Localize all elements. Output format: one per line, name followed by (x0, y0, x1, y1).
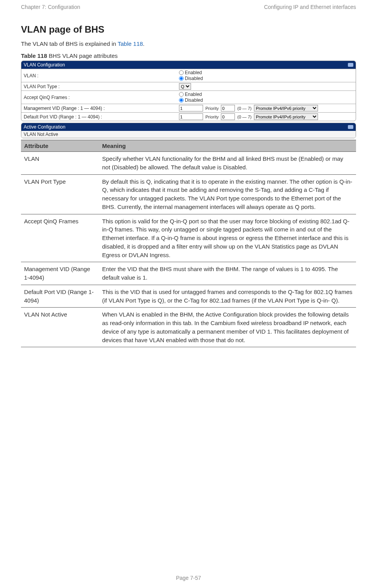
priority-range-1: (0 — 7) (237, 106, 252, 111)
active-config-body: VLAN Not Active (21, 131, 356, 138)
mgmt-vid-input[interactable] (179, 105, 203, 111)
radio-qinq-enabled[interactable] (179, 92, 184, 97)
vlan-disabled-option[interactable]: Disabled (179, 76, 203, 81)
table-row: Accept QinQ Frames This option is valid … (21, 214, 356, 262)
table-row: VLAN Not Active When VLAN is enabled in … (21, 308, 356, 347)
mgmt-vid-label: Management VID (Range : 1 — 4094) : (24, 106, 179, 111)
cell-meaning: When VLAN is enabled in the BHM, the Act… (99, 308, 356, 347)
accept-qinq-label: Accept QinQ Frames : (24, 95, 179, 100)
table-row: VLAN Port Type By default this is Q, ind… (21, 174, 356, 214)
mgmt-promote-select[interactable]: Promote IPv4/IPv6 priority (254, 105, 318, 111)
priority-label-1: Priority (205, 106, 219, 111)
caption-bold: Table 118 (21, 52, 47, 59)
mgmt-priority-input[interactable] (221, 105, 235, 111)
radio-vlan-enabled[interactable] (179, 70, 184, 75)
table-caption: Table 118 BHS VLAN page attributes (21, 52, 356, 59)
qinq-enabled-label: Enabled (185, 92, 202, 97)
cell-attr: VLAN (21, 152, 99, 175)
intro-prefix: The VLAN tab of BHS is explained in (21, 40, 118, 47)
cell-meaning: By default this is Q, indicating that it… (99, 174, 356, 214)
row-port-type: VLAN Port Type : Q (21, 82, 356, 90)
cell-attr: VLAN Port Type (21, 174, 99, 214)
intro-text: The VLAN tab of BHS is explained in Tabl… (21, 40, 356, 47)
qinq-enabled-option[interactable]: Enabled (179, 92, 203, 97)
table-row: Default Port VID (Range 1-4094) This is … (21, 285, 356, 308)
page-title: VLAN page of BHS (21, 24, 356, 35)
table-row: VLAN Specify whether VLAN functionality … (21, 152, 356, 175)
port-type-label: VLAN Port Type : (24, 84, 179, 89)
default-vid-label: Default Port VID (Range : 1 — 4094) : (24, 114, 179, 120)
vlan-disabled-label: Disabled (185, 76, 203, 81)
cell-meaning: Enter the VID that the BHS must share wi… (99, 262, 356, 285)
row-mgmt-vid: Management VID (Range : 1 — 4094) : Prio… (21, 104, 356, 112)
cell-meaning: Specify whether VLAN functionality for t… (99, 152, 356, 175)
vlan-enabled-label: Enabled (185, 70, 202, 75)
table-row: Management VID (Range 1-4094) Enter the … (21, 262, 356, 285)
default-priority-input[interactable] (221, 113, 235, 120)
cell-attr: VLAN Not Active (21, 308, 99, 347)
row-vlan: VLAN : Enabled Disabled (21, 69, 356, 82)
priority-label-2: Priority (205, 115, 219, 119)
port-type-select[interactable]: Q (179, 83, 191, 90)
attribute-table: Attribute Meaning VLAN Specify whether V… (21, 140, 356, 347)
cell-meaning: This is the VID that is used for untagge… (99, 285, 356, 308)
radio-vlan-disabled[interactable] (179, 76, 184, 81)
active-config-panel: Active Configuration VLAN Not Active (21, 123, 356, 138)
cell-attr: Accept QinQ Frames (21, 214, 99, 262)
header-left: Chapter 7: Configuration (21, 4, 80, 10)
cell-attr: Management VID (Range 1-4094) (21, 262, 99, 285)
cell-meaning: This option is valid for the Q-in-Q port… (99, 214, 356, 262)
th-attribute: Attribute (21, 140, 99, 152)
vlan-enabled-option[interactable]: Enabled (179, 70, 203, 75)
caption-rest: BHS VLAN page attributes (47, 52, 118, 59)
collapse-icon[interactable] (348, 125, 353, 129)
qinq-disabled-label: Disabled (185, 97, 203, 103)
th-meaning: Meaning (99, 140, 356, 152)
collapse-icon[interactable] (348, 63, 353, 67)
vlan-config-panel: VLAN Configuration VLAN : Enabled Disabl… (21, 61, 356, 121)
row-default-vid: Default Port VID (Range : 1 — 4094) : Pr… (21, 112, 356, 121)
table-header-row: Attribute Meaning (21, 140, 356, 152)
intro-suffix: . (143, 40, 144, 47)
priority-range-2: (0 — 7) (237, 115, 252, 119)
page-footer: Page 7-57 (0, 575, 377, 581)
default-promote-select[interactable]: Promote IPv4/IPv6 priority (254, 113, 318, 120)
active-config-title: Active Configuration (24, 124, 65, 130)
vlan-config-header: VLAN Configuration (21, 61, 356, 69)
radio-qinq-disabled[interactable] (179, 98, 184, 103)
vlan-label: VLAN : (24, 73, 179, 78)
vlan-config-title: VLAN Configuration (24, 62, 65, 68)
intro-link[interactable]: Table 118 (118, 40, 143, 47)
default-vid-input[interactable] (179, 113, 203, 120)
active-config-header: Active Configuration (21, 123, 356, 131)
row-accept-qinq: Accept QinQ Frames : Enabled Disabled (21, 90, 356, 104)
cell-attr: Default Port VID (Range 1-4094) (21, 285, 99, 308)
qinq-disabled-option[interactable]: Disabled (179, 97, 203, 103)
header-right: Configuring IP and Ethernet interfaces (264, 4, 356, 10)
